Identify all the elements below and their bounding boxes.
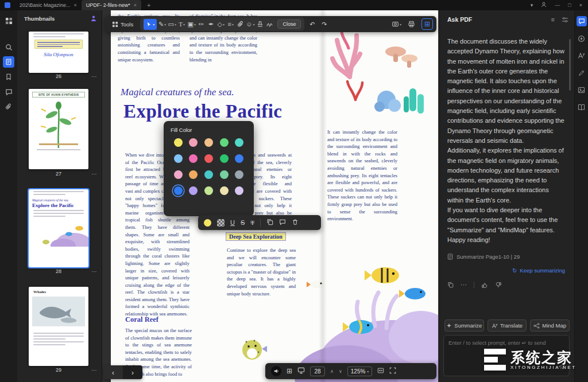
tab-magazine[interactable]: 202\Basic Magazine... × (15, 0, 82, 10)
comment-panel-icon[interactable] (3, 86, 14, 98)
new-tab-button[interactable]: + (145, 2, 153, 9)
minimize-button[interactable]: — (555, 2, 560, 8)
color-swatch[interactable] (189, 154, 198, 163)
close-tab-icon[interactable]: × (74, 2, 77, 8)
color-swatch[interactable] (174, 186, 183, 195)
print-icon[interactable] (407, 19, 416, 30)
collaborator-icon[interactable] (90, 15, 97, 22)
attachment-panel-icon[interactable] (3, 101, 14, 112)
snapshot-icon[interactable]: ▾ (392, 19, 401, 30)
pdf-page-spread[interactable]: the Earth's surface area. Its deep sea v… (111, 10, 438, 382)
stamp-tool-icon[interactable] (256, 19, 264, 30)
color-swatch[interactable] (174, 138, 183, 147)
zoom-select[interactable]: 125%▾ (347, 367, 373, 376)
image-tool-icon[interactable]: ▣▾ (187, 19, 196, 30)
clear-format-button[interactable]: T (250, 219, 254, 226)
translate-button[interactable]: Translate (488, 319, 527, 332)
tab-updf-2-files-new[interactable]: UPDF- 2-files-new* × (82, 0, 141, 10)
thumb-more-icon[interactable]: ⋯ (91, 268, 98, 275)
attachment-tool-icon[interactable] (236, 19, 245, 30)
color-swatch[interactable] (204, 186, 213, 195)
color-swatch[interactable] (220, 138, 229, 147)
reader-icon[interactable] (577, 102, 587, 112)
pencil-tool-icon[interactable]: ✏ (197, 19, 206, 30)
panel-layout-toggle-icon[interactable]: ⊞ (421, 18, 433, 30)
bookmark-icon[interactable] (3, 71, 14, 83)
shapes-tool-icon[interactable]: ◇▾ (216, 19, 225, 30)
chat-settings-icon[interactable] (562, 17, 568, 23)
close-window-button[interactable]: × (579, 2, 582, 8)
color-swatch[interactable] (235, 154, 243, 163)
maximize-button[interactable]: □ (568, 2, 571, 8)
color-swatch[interactable] (204, 154, 213, 163)
summarize-button[interactable]: Summarize (444, 319, 484, 332)
color-swatch[interactable] (189, 138, 198, 147)
account-icon[interactable] (541, 2, 547, 9)
translate-ai-icon[interactable] (577, 50, 587, 61)
no-fill-checker-icon[interactable] (217, 219, 225, 227)
text-comment-tool-icon[interactable]: ✎▾ (158, 19, 167, 30)
fit-width-icon[interactable] (377, 367, 384, 375)
color-swatch[interactable] (204, 138, 213, 147)
keep-summarizing-link[interactable]: ↻ Keep summarizing (512, 267, 565, 274)
thumbnail-page-27[interactable]: SITE OF AUXIN SYNTHESIS (29, 89, 88, 169)
sticker-tool-icon[interactable]: ☺▾ (246, 19, 254, 30)
read-aloud-icon[interactable] (271, 366, 281, 376)
chat-scrollbar[interactable] (569, 39, 571, 91)
ai-writer-icon[interactable] (577, 68, 587, 78)
mind-map-button[interactable]: Mind Map (530, 319, 570, 332)
color-swatch[interactable] (235, 186, 243, 195)
image-tools-icon[interactable] (577, 85, 587, 95)
color-swatch[interactable] (220, 186, 229, 195)
chevron-down-icon[interactable]: ▾ (531, 2, 533, 8)
previous-page-button[interactable]: ‹ (103, 365, 123, 379)
thumbs-down-icon[interactable] (495, 282, 502, 289)
thumb-more-icon[interactable]: ⋯ (91, 367, 98, 373)
page-number-box[interactable]: 28 (310, 367, 325, 376)
slideshow-icon[interactable] (297, 367, 305, 375)
comment-icon[interactable] (279, 219, 286, 227)
color-swatch[interactable] (189, 170, 198, 179)
color-swatch[interactable] (220, 154, 229, 163)
trash-icon[interactable] (292, 219, 299, 227)
highlight-color-swatch[interactable] (204, 219, 211, 227)
color-swatch[interactable] (174, 170, 183, 179)
summary-reference[interactable]: Summarize Page1-10 | 29 (447, 254, 520, 260)
search-icon[interactable] (3, 41, 14, 53)
thumbnail-page-26[interactable]: Sila Ofonpson (29, 32, 88, 73)
typewriter-tool-icon[interactable]: T▾ (177, 19, 186, 30)
tools-button[interactable]: Tools (109, 20, 137, 29)
thumb-more-icon[interactable]: ⋯ (91, 73, 98, 80)
color-swatch[interactable] (220, 170, 229, 179)
page-down-icon[interactable]: ∨ (339, 369, 342, 374)
thumbnail-page-29[interactable]: Whales (29, 287, 88, 366)
more-actions-icon[interactable]: ⋯ (461, 281, 467, 289)
undo-icon[interactable]: ↶ (308, 19, 316, 30)
color-swatch[interactable] (174, 154, 183, 163)
summarize-ai-icon[interactable] (577, 33, 587, 44)
color-swatch[interactable] (235, 170, 243, 179)
color-swatch[interactable] (204, 170, 213, 179)
lines-tool-icon[interactable]: ≡▾ (226, 19, 235, 30)
strikethrough-button[interactable]: S (241, 219, 245, 226)
copy-icon[interactable] (266, 219, 273, 227)
select-tool-icon[interactable]: ▾ (144, 19, 157, 30)
redo-icon[interactable]: ↷ (320, 19, 328, 30)
underline-button[interactable]: U (230, 219, 235, 226)
color-swatch[interactable] (189, 186, 198, 195)
thumbs-up-icon[interactable] (481, 282, 488, 289)
doc-highlighted-heading[interactable]: Deep Sea Exploration (226, 232, 286, 241)
thumb-more-icon[interactable]: ⋯ (91, 171, 98, 177)
signature-tool-icon[interactable] (265, 19, 274, 30)
copy-response-icon[interactable] (447, 282, 454, 288)
ai-assistant-icon[interactable] (577, 16, 587, 26)
thumbnail-page-28[interactable]: Magical creatures of the sea. Explore th… (29, 189, 88, 267)
color-swatch[interactable] (235, 138, 243, 147)
page-thumbnails-icon[interactable]: ⊞ (287, 367, 292, 375)
thumbnails-panel-icon[interactable] (3, 56, 14, 68)
text-box-tool-icon[interactable]: ▭▾ (168, 19, 176, 30)
fullscreen-icon[interactable] (389, 367, 396, 375)
page-up-icon[interactable]: ∧ (330, 369, 334, 374)
chat-list-icon[interactable]: ≡ (551, 16, 555, 23)
close-toolbar-button[interactable]: Close (277, 20, 301, 29)
